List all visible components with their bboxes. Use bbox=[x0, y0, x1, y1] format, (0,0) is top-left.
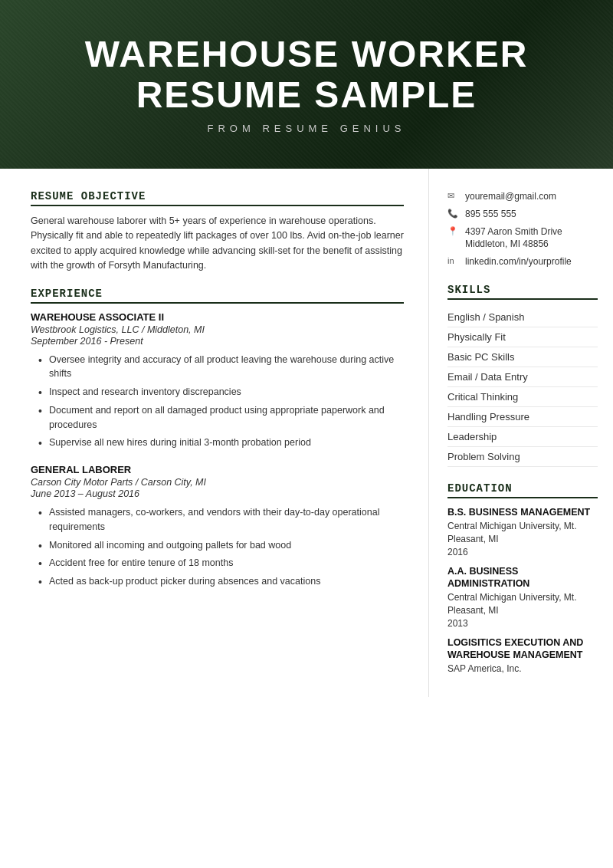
skill-item: Handling Pressure bbox=[447, 407, 598, 427]
phone-text: 895 555 555 bbox=[465, 208, 516, 221]
linkedin-item: in linkedin.com/in/yourprofile bbox=[447, 255, 598, 268]
right-column: ✉ youremail@gmail.com 📞 895 555 555 📍 43… bbox=[429, 169, 613, 697]
address-text: 4397 Aaron Smith DriveMiddleton, MI 4885… bbox=[465, 225, 562, 252]
list-item: Monitored all incoming and outgoing pall… bbox=[38, 538, 404, 553]
skill-item: Problem Solving bbox=[447, 447, 598, 467]
contact-block: ✉ youremail@gmail.com 📞 895 555 555 📍 43… bbox=[447, 190, 598, 268]
email-icon: ✉ bbox=[447, 191, 461, 201]
linkedin-icon: in bbox=[447, 256, 461, 265]
edu-1-year: 2016 bbox=[447, 547, 598, 557]
edu-2-year: 2013 bbox=[447, 618, 598, 629]
job-2-company: Carson City Motor Parts / Carson City, M… bbox=[31, 477, 404, 488]
list-item: Acted as back-up product picker during a… bbox=[38, 574, 404, 589]
edu-1-school: Central Michigan University, Mt. Pleasan… bbox=[447, 520, 598, 546]
email-text: youremail@gmail.com bbox=[465, 190, 556, 203]
header-subtitle: from Resume Genius bbox=[0, 123, 613, 134]
education-section: EDUCATION B.S. BUSINESS MANAGEMENT Centr… bbox=[447, 482, 598, 676]
job-1: WAREHOUSE ASSOCIATE II Westbrook Logisti… bbox=[31, 311, 404, 451]
objective-section-title: RESUME OBJECTIVE bbox=[31, 190, 404, 206]
edu-3-degree: LOGISITICS EXECUTION AND WAREHOUSE MANAG… bbox=[447, 636, 598, 662]
job-1-title: WAREHOUSE ASSOCIATE II bbox=[31, 311, 404, 323]
job-2-title: GENERAL LABORER bbox=[31, 464, 404, 475]
edu-2-degree: A.A. BUSINESS ADMINISTRATION bbox=[447, 565, 598, 590]
education-section-title: EDUCATION bbox=[447, 482, 598, 498]
skill-item: Leadership bbox=[447, 427, 598, 447]
list-item: Inspect and research inventory discrepan… bbox=[38, 385, 404, 399]
list-item: Supervise all new hires during initial 3… bbox=[38, 436, 404, 450]
job-2-dates: June 2013 – August 2016 bbox=[31, 488, 404, 499]
job-2-bullets: Assisted managers, co-workers, and vendo… bbox=[31, 505, 404, 589]
linkedin-text: linkedin.com/in/yourprofile bbox=[465, 255, 572, 268]
phone-item: 📞 895 555 555 bbox=[447, 208, 598, 221]
skill-item: English / Spanish bbox=[447, 307, 598, 327]
skills-section-title: SKILLS bbox=[447, 284, 598, 300]
header-title: WAREHOUSE WORKER RESUME SAMPLE bbox=[0, 35, 613, 116]
address-item: 📍 4397 Aaron Smith DriveMiddleton, MI 48… bbox=[447, 225, 598, 252]
edu-2-school: Central Michigan University, Mt. Pleasan… bbox=[447, 591, 598, 617]
job-2: GENERAL LABORER Carson City Motor Parts … bbox=[31, 464, 404, 589]
job-1-company: Westbrook Logistics, LLC / Middleton, MI bbox=[31, 324, 404, 335]
skills-section: SKILLS English / Spanish Physically Fit … bbox=[447, 284, 598, 467]
email-item: ✉ youremail@gmail.com bbox=[447, 190, 598, 203]
header-content: WAREHOUSE WORKER RESUME SAMPLE from Resu… bbox=[0, 35, 613, 135]
edu-3-school: SAP America, Inc. bbox=[447, 663, 598, 676]
objective-text: General warehouse laborer with 5+ years … bbox=[31, 214, 404, 274]
skill-item: Basic PC Skills bbox=[447, 347, 598, 367]
job-1-dates: September 2016 - Present bbox=[31, 336, 404, 347]
list-item: Assisted managers, co-workers, and vendo… bbox=[38, 505, 404, 534]
skill-item: Critical Thinking bbox=[447, 387, 598, 407]
left-column: RESUME OBJECTIVE General warehouse labor… bbox=[0, 169, 429, 697]
job-1-bullets: Oversee integrity and accuracy of all pr… bbox=[31, 353, 404, 451]
list-item: Oversee integrity and accuracy of all pr… bbox=[38, 353, 404, 382]
list-item: Accident free for entire tenure of 18 mo… bbox=[38, 556, 404, 570]
experience-section-title: EXPERIENCE bbox=[31, 288, 404, 304]
header: WAREHOUSE WORKER RESUME SAMPLE from Resu… bbox=[0, 0, 613, 169]
skill-item: Email / Data Entry bbox=[447, 367, 598, 387]
main-content: RESUME OBJECTIVE General warehouse labor… bbox=[0, 169, 613, 697]
list-item: Document and report on all damaged produ… bbox=[38, 403, 404, 432]
phone-icon: 📞 bbox=[447, 209, 461, 219]
edu-1-degree: B.S. BUSINESS MANAGEMENT bbox=[447, 506, 598, 518]
skill-item: Physically Fit bbox=[447, 327, 598, 347]
location-icon: 📍 bbox=[447, 226, 461, 236]
